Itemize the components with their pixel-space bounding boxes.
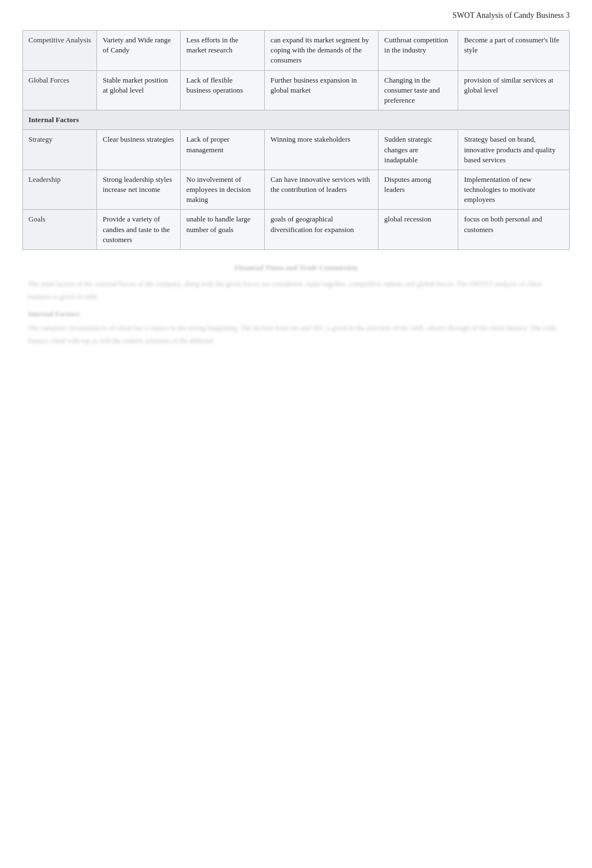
blurred-content-section: Financial Times and Trade Commission The… xyxy=(22,263,570,347)
row-label-leadership: Leadership xyxy=(23,170,97,210)
row-label-goals: Goals xyxy=(23,210,97,250)
table-row-leadership: Leadership Strong leadership styles incr… xyxy=(23,170,570,210)
blurred-sub-heading: Internal Factors: xyxy=(28,310,564,319)
cell-goals-trends: focus on both personal and customers xyxy=(458,210,570,250)
cell-competitive-trends: Become a part of consumer's life style xyxy=(458,31,570,71)
blurred-para-1: The main factors of the external forces … xyxy=(28,278,564,303)
cell-goals-strengths: Provide a variety of candies and taste t… xyxy=(97,210,181,250)
cell-strategy-trends: Strategy based on brand, innovative prod… xyxy=(458,130,570,170)
cell-leadership-strengths: Strong leadership styles increase net in… xyxy=(97,170,181,210)
cell-global-strengths: Stable market position at global level xyxy=(97,70,181,110)
cell-global-opportunities: Further business expansion in global mar… xyxy=(265,70,379,110)
table-row-global: Global Forces Stable market position at … xyxy=(23,70,570,110)
cell-competitive-threats: Cutthroat competition in the industry xyxy=(379,31,458,71)
blurred-heading: Financial Times and Trade Commission xyxy=(28,263,564,272)
cell-global-trends: provision of similar services at global … xyxy=(458,70,570,110)
cell-goals-weaknesses: unable to handle large number of goals xyxy=(181,210,265,250)
cell-strategy-weaknesses: Lack of proper management xyxy=(181,130,265,170)
table-row-internal-header: Internal Factors xyxy=(23,110,570,130)
row-label-competitive: Competitive Analysis xyxy=(23,31,97,71)
page-title: SWOT Analysis of Candy Business 3 xyxy=(22,11,570,20)
table-row-goals: Goals Provide a variety of candies and t… xyxy=(23,210,570,250)
internal-factors-label: Internal Factors xyxy=(23,110,570,130)
swot-table: Competitive Analysis Variety and Wide ra… xyxy=(22,30,570,250)
cell-leadership-trends: Implementation of new technologies to mo… xyxy=(458,170,570,210)
row-label-strategy: Strategy xyxy=(23,130,97,170)
table-row-competitive: Competitive Analysis Variety and Wide ra… xyxy=(23,31,570,71)
row-label-global: Global Forces xyxy=(23,70,97,110)
cell-leadership-threats: Disputes among leaders xyxy=(379,170,458,210)
cell-goals-opportunities: goals of geographical diversification fo… xyxy=(265,210,379,250)
table-row-strategy: Strategy Clear business strategies Lack … xyxy=(23,130,570,170)
blurred-para-2: The complete circumstances of client has… xyxy=(28,322,564,347)
cell-strategy-opportunities: Winning more stakeholders xyxy=(265,130,379,170)
cell-strategy-strengths: Clear business strategies xyxy=(97,130,181,170)
cell-competitive-weaknesses: Less efforts in the market research xyxy=(181,31,265,71)
cell-competitive-opportunities: can expand its market segment by coping … xyxy=(265,31,379,71)
cell-global-weaknesses: Lack of flexible business operations xyxy=(181,70,265,110)
cell-leadership-opportunities: Can have innovative services with the co… xyxy=(265,170,379,210)
cell-goals-threats: global recession xyxy=(379,210,458,250)
cell-competitive-strengths: Variety and Wide range of Candy xyxy=(97,31,181,71)
cell-global-threats: Changing in the consumer taste and prefe… xyxy=(379,70,458,110)
cell-leadership-weaknesses: No involvement of employees in decision … xyxy=(181,170,265,210)
cell-strategy-threats: Sudden strategic changes are inadaptable xyxy=(379,130,458,170)
